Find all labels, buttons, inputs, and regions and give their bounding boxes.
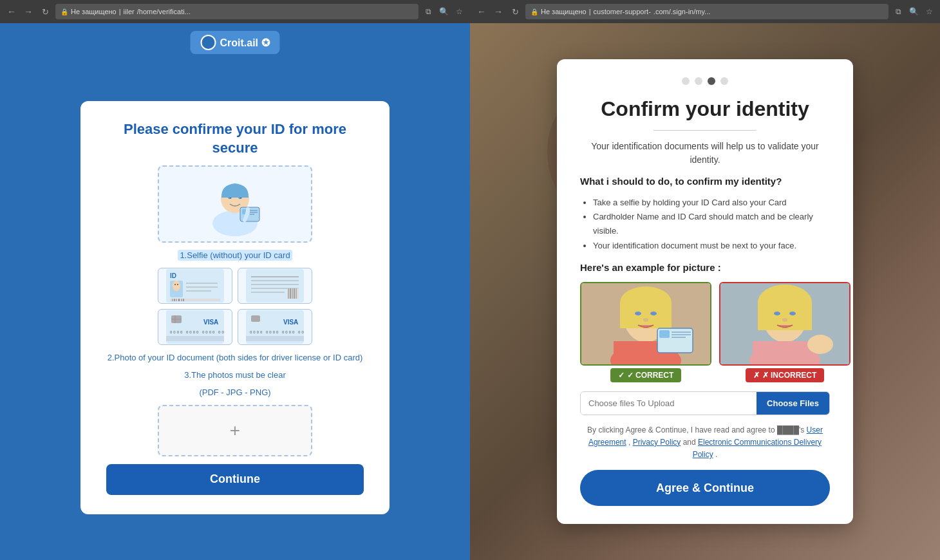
mirror-icon-left[interactable]: ⧉ xyxy=(422,6,434,17)
browser-bar-right: ← → ↻ 🔒 Не защищено | customer-support- … xyxy=(470,0,940,23)
id-card-svg-1: ID xyxy=(166,269,224,303)
svg-rect-47 xyxy=(251,315,260,322)
svg-point-26 xyxy=(177,284,178,285)
svg-rect-33 xyxy=(287,288,299,299)
svg-point-75 xyxy=(774,312,780,315)
continue-button-left[interactable]: Contiune xyxy=(106,464,364,495)
incorrect-image-svg xyxy=(720,283,849,366)
forward-button-right[interactable]: → xyxy=(492,5,505,18)
browser-icons-left: ⧉ 🔍 ☆ xyxy=(422,6,465,17)
stepper-dots xyxy=(580,77,830,85)
url-path-right: .com/.sign-in/my... xyxy=(653,8,710,15)
svg-point-62 xyxy=(650,312,657,315)
dot-3 xyxy=(708,77,715,85)
svg-rect-74 xyxy=(753,341,817,366)
bullet-3: Your identification document must be nex… xyxy=(593,239,830,253)
step1-label: 1.Selfie (without) your ID card xyxy=(178,250,292,260)
upload-area-left[interactable]: + xyxy=(158,405,312,456)
id-card-svg-4: VISA 0000 0000 0000 0001 xyxy=(246,310,304,344)
example-images: ✓ ✓ CORRECT xyxy=(580,282,830,382)
incorrect-icon: ✗ xyxy=(753,371,760,380)
svg-point-24 xyxy=(173,281,180,291)
svg-point-78 xyxy=(807,335,833,354)
logo-text: Croit.ail ✪ xyxy=(220,37,269,49)
left-panel: ← → ↻ 🔒 Не защищено | iiler /home/verifi… xyxy=(0,0,470,560)
selfie-svg xyxy=(171,172,299,236)
bullet-1: Take a selfie by holding your ID Card al… xyxy=(593,196,830,210)
svg-rect-17 xyxy=(170,299,220,301)
dot-4 xyxy=(720,77,728,85)
svg-rect-45 xyxy=(166,336,224,341)
id-card-thumb-2 xyxy=(238,268,312,304)
id-card-svg-3: VISA 0000 0000 0000 0001 xyxy=(166,310,224,344)
white-card-right: Confirm your identity Your identificatio… xyxy=(557,59,853,524)
and-text: and xyxy=(683,438,698,447)
bullet-list: Take a selfie by holding your ID Card al… xyxy=(580,196,830,252)
agree-continue-button[interactable]: Agree & Continue xyxy=(580,470,830,506)
svg-rect-64 xyxy=(659,330,670,338)
url-divider-right: | xyxy=(589,8,591,15)
electronic-link[interactable]: Electronic Communications Delivery Polic… xyxy=(693,438,822,459)
zoom-icon-right[interactable]: 🔍 xyxy=(908,6,919,17)
bullet-2: Cardholder Name and ID Card should match… xyxy=(593,210,830,238)
incorrect-badge: ✗ ✗ INCORRECT xyxy=(746,368,825,382)
back-button-right[interactable]: ← xyxy=(475,5,488,18)
privacy-policy-link[interactable]: Privacy Policy xyxy=(633,438,681,447)
id-cards-grid: ID xyxy=(158,268,312,345)
browser-bar-left: ← → ↻ 🔒 Не защищено | iiler /home/verifi… xyxy=(0,0,470,23)
svg-rect-58 xyxy=(620,303,672,328)
right-card-title: Confirm your identity xyxy=(580,97,830,121)
comma-text: , xyxy=(628,438,633,447)
lock-icon-left: 🔒 xyxy=(61,8,68,15)
correct-image xyxy=(580,282,711,366)
title-divider xyxy=(653,130,757,131)
dot-2 xyxy=(695,77,702,85)
incorrect-example: ✗ ✗ INCORRECT xyxy=(719,282,851,382)
left-blue-area: Croit.ail ✪ Please confirme your ID for … xyxy=(0,23,470,560)
example-label: Here's an example for picture : xyxy=(580,262,830,273)
incorrect-text: ✗ INCORRECT xyxy=(762,371,817,380)
reload-button-right[interactable]: ↻ xyxy=(509,5,522,18)
mirror-icon-right[interactable]: ⧉ xyxy=(892,6,904,17)
svg-point-77 xyxy=(782,318,787,322)
id-card-thumb-1: ID xyxy=(158,268,232,304)
logo-left: Croit.ail ✪ xyxy=(190,31,279,54)
svg-text:VISA: VISA xyxy=(283,319,298,326)
url-secure-left: Не защищено xyxy=(71,8,117,15)
step1-text: 1.Selfie (without) your ID card xyxy=(178,250,292,261)
id-card-svg-2 xyxy=(246,269,304,303)
back-button-left[interactable]: ← xyxy=(5,5,18,18)
correct-badge: ✓ ✓ CORRECT xyxy=(610,368,682,382)
lock-icon-right: 🔒 xyxy=(531,8,538,15)
selfie-illustration xyxy=(158,165,312,243)
svg-point-61 xyxy=(635,312,641,315)
svg-text:0000 0000 0000 0001: 0000 0000 0000 0001 xyxy=(250,330,304,334)
period-text: . xyxy=(715,450,717,459)
choose-files-button[interactable]: Choose Files xyxy=(757,392,829,415)
background-photo: Confirm your identity Your identificatio… xyxy=(470,23,940,560)
correct-icon: ✓ xyxy=(618,371,625,380)
incorrect-image xyxy=(719,282,851,366)
subtitle-text: Your identification documents will help … xyxy=(580,140,830,167)
left-card-title: Please confirme your ID for more secure xyxy=(106,120,364,157)
star-icon-left[interactable]: ☆ xyxy=(453,6,465,17)
url-site-right: customer-support- xyxy=(594,8,651,15)
upload-input[interactable] xyxy=(581,392,757,415)
svg-text:0000 0000 0000 0001: 0000 0000 0000 0001 xyxy=(170,330,224,334)
forward-button-left[interactable]: → xyxy=(22,5,35,18)
svg-text:VISA: VISA xyxy=(203,319,218,326)
address-bar-right: 🔒 Не защищено | customer-support- .com/.… xyxy=(525,4,888,19)
section-question: What i should to do, to confirm my ident… xyxy=(580,176,830,187)
logo-circle xyxy=(200,35,216,50)
url-divider-left: | xyxy=(119,8,121,15)
star-icon-right[interactable]: ☆ xyxy=(923,6,935,17)
address-bar-left: 🔒 Не защищено | iiler /home/verificati..… xyxy=(55,4,418,19)
svg-point-68 xyxy=(643,318,648,322)
svg-rect-50 xyxy=(246,336,304,341)
brand-name: ████'s xyxy=(777,425,804,434)
right-panel: ← → ↻ 🔒 Не защищено | customer-support- … xyxy=(470,0,940,560)
zoom-icon-left[interactable]: 🔍 xyxy=(438,6,449,17)
reload-button-left[interactable]: ↻ xyxy=(39,5,52,18)
correct-text: ✓ CORRECT xyxy=(627,371,674,380)
step2-label: 2.Photo of your ID document (both sides … xyxy=(108,353,363,362)
